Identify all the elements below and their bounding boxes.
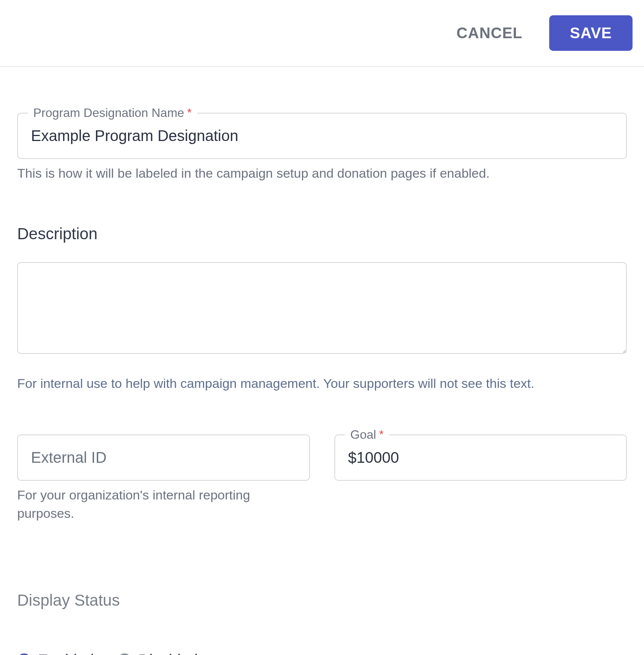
program-name-field: Program Designation Name * bbox=[17, 113, 627, 159]
required-indicator: * bbox=[379, 431, 384, 437]
action-bar: CANCEL SAVE bbox=[0, 0, 644, 67]
save-button[interactable]: SAVE bbox=[549, 15, 633, 51]
program-name-helper: This is how it will be labeled in the ca… bbox=[17, 164, 627, 183]
description-textarea[interactable] bbox=[17, 262, 627, 354]
radio-disabled-indicator bbox=[118, 653, 131, 655]
external-id-helper: For your organization's internal reporti… bbox=[17, 486, 310, 522]
description-helper: For internal use to help with campaign m… bbox=[17, 375, 627, 393]
radio-disabled-label: Disabled bbox=[138, 652, 198, 655]
required-indicator: * bbox=[187, 109, 192, 115]
description-heading: Description bbox=[17, 225, 627, 243]
form-content: Program Designation Name * This is how i… bbox=[0, 67, 644, 655]
external-id-field bbox=[17, 435, 310, 481]
goal-field: Goal * bbox=[334, 435, 627, 481]
radio-enabled-label: Enabled bbox=[38, 652, 94, 655]
external-id-input[interactable] bbox=[17, 435, 310, 481]
program-name-label: Program Designation Name * bbox=[28, 106, 197, 120]
radio-enabled[interactable]: Enabled bbox=[17, 652, 94, 655]
display-status-radio-group: Enabled Disabled bbox=[17, 652, 627, 655]
radio-disabled[interactable]: Disabled bbox=[118, 652, 198, 655]
program-name-label-text: Program Designation Name bbox=[33, 106, 184, 120]
cancel-button[interactable]: CANCEL bbox=[449, 21, 530, 45]
display-status-heading: Display Status bbox=[17, 591, 627, 610]
goal-label: Goal * bbox=[345, 428, 389, 442]
goal-label-text: Goal bbox=[350, 428, 376, 442]
radio-enabled-indicator bbox=[17, 653, 31, 655]
